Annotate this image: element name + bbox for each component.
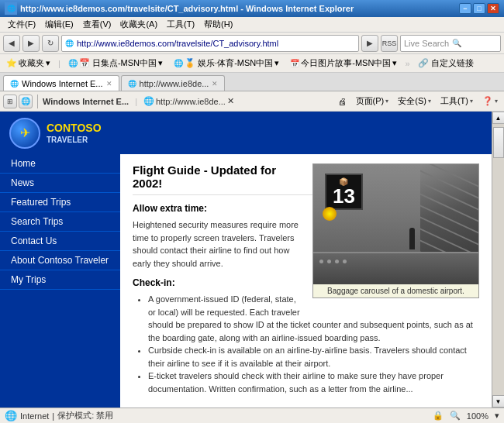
help-button[interactable]: ❓ ▾	[479, 95, 501, 108]
forward-button[interactable]: ▶	[22, 35, 40, 52]
address-bar[interactable]: 🌐 http://www.ie8demos.com/travelsite/CT_…	[61, 35, 359, 52]
safety-dropdown-arrow: ▾	[428, 98, 431, 105]
sign-number: 13	[333, 186, 355, 206]
logo-subtitle: TRAVELER	[47, 135, 102, 145]
tab-2[interactable]: 🌐 http://www.ie8de... ✕	[121, 75, 226, 91]
bullet-2: Curbside check-in is available on an air…	[148, 344, 479, 370]
fav-label-3: 今日图片故事-MSN中国	[301, 57, 391, 69]
scrollbar[interactable]: ▲ ▼	[492, 112, 504, 408]
site-layout: Home News Featured Trips Search Trips Co…	[0, 154, 492, 408]
toolbar-icons-cluster[interactable]: 🖨	[335, 95, 350, 108]
chevron-3: ▾	[392, 58, 397, 68]
dot-1	[319, 260, 323, 263]
scroll-down-button[interactable]: ▼	[492, 395, 505, 408]
fav-icon-3: 📅	[290, 59, 299, 67]
menu-tools[interactable]: 工具(T)	[162, 17, 199, 32]
address-text: http://www.ie8demos.com/travelsite/CT_ad…	[77, 39, 278, 48]
fav-custom-links[interactable]: 🔗 自定义链接	[415, 56, 477, 70]
go-button[interactable]: ▶	[361, 35, 378, 52]
tab-bar: 🌐 Windows Internet E... ✕ 🌐 http://www.i…	[0, 73, 504, 91]
chevron-1: ▾	[158, 58, 163, 68]
carousel-belt	[313, 252, 478, 284]
image-caption: Baggage carousel of a domestic airport.	[313, 284, 478, 297]
scroll-track[interactable]	[492, 124, 504, 395]
page-dropdown[interactable]: 页面(P) ▾	[353, 94, 392, 108]
scroll-up-button[interactable]: ▲	[492, 112, 505, 124]
fav-separator-2: »	[405, 59, 409, 68]
menu-favorites[interactable]: 收藏夹(A)	[116, 17, 162, 32]
status-separator: |	[52, 411, 54, 421]
site-header: ✈ CONTOSO TRAVELER	[0, 112, 492, 154]
favorites-button[interactable]: ⭐ 收藏夹 ▾	[3, 56, 54, 70]
search-icon[interactable]: 🔍	[452, 39, 461, 47]
tab-1-icon: 🌐	[10, 80, 19, 88]
nav-search-trips[interactable]: Search Trips	[0, 212, 120, 232]
tab-label-ie8[interactable]: 🌐 http://www.ie8de... ✕	[143, 96, 234, 106]
title-bar: 🌐 http://www.ie8demos.com/travelsite/CT_…	[0, 0, 504, 17]
plane-icon: ✈	[20, 126, 30, 140]
help-icon: ❓	[482, 96, 493, 106]
zoom-arrow: ▾	[495, 411, 499, 421]
menu-view[interactable]: 查看(V)	[78, 17, 116, 32]
tab-1-close[interactable]: ✕	[106, 80, 112, 88]
bullet-3: E-ticket travelers should check with the…	[148, 370, 479, 395]
menu-help[interactable]: 帮助(H)	[199, 17, 237, 32]
status-bar: 🌐 Internet | 保护模式: 禁用 🔒 🔍 100% ▾	[0, 408, 504, 423]
menu-edit[interactable]: 编辑(E)	[40, 17, 78, 32]
nav-news[interactable]: News	[0, 174, 120, 193]
nav-featured-trips[interactable]: Featured Trips	[0, 193, 120, 212]
fav-separator-1: |	[58, 59, 60, 68]
page-dropdown-arrow: ▾	[385, 98, 388, 105]
site-nav-vertical: Home News Featured Trips Search Trips Co…	[0, 154, 120, 408]
tab-2-close[interactable]: ✕	[212, 80, 218, 88]
print-icon: 🖨	[338, 97, 347, 106]
tab-1[interactable]: 🌐 Windows Internet E... ✕	[3, 75, 119, 91]
tab-close-ie8[interactable]: ✕	[227, 96, 234, 106]
refresh-button[interactable]: ↻	[42, 35, 59, 52]
dot-3	[335, 260, 339, 263]
toolbar-icon2[interactable]: 🌐	[19, 95, 33, 108]
fav-label-2: 🏅 娱乐·体育-MSN中国	[185, 57, 273, 69]
chevron-down-icon: ▾	[46, 58, 50, 68]
search-box[interactable]: Live Search 🔍	[400, 35, 501, 52]
nav-my-trips[interactable]: My Trips	[0, 270, 120, 290]
fav-item-2[interactable]: 🌐 🏅 娱乐·体育-MSN中国 ▾	[171, 56, 282, 70]
app-icon: 🌐	[5, 2, 17, 15]
page-content: ✈ CONTOSO TRAVELER Home News Featured Tr…	[0, 112, 492, 408]
back-button[interactable]: ◀	[3, 35, 20, 52]
bullet-list: A government-issued ID (federal, state, …	[133, 293, 479, 395]
zone-label: Internet	[20, 411, 49, 421]
tools-dropdown[interactable]: 工具(T) ▾	[437, 94, 476, 108]
yellow-light	[323, 207, 337, 221]
fav-item-3[interactable]: 📅 今日图片故事-MSN中国 ▾	[287, 56, 400, 70]
minimize-button[interactable]: −	[459, 3, 471, 14]
tab-2-icon: 🌐	[128, 80, 136, 88]
dot-2	[327, 260, 331, 263]
logo-brand: CONTOSO	[47, 121, 102, 135]
safety-dropdown[interactable]: 安全(S) ▾	[395, 94, 434, 108]
toolbar-icon-grid[interactable]: ⊞	[3, 95, 17, 108]
toolbar-row: ⊞ 🌐 Windows Internet E... | 🌐 http://www…	[0, 91, 504, 112]
nav-contact[interactable]: Contact Us	[0, 232, 120, 251]
browser-content: ✈ CONTOSO TRAVELER Home News Featured Tr…	[0, 112, 504, 408]
fav-item-1[interactable]: 🌐 📅 日集点-MSN中国 ▾	[65, 56, 166, 70]
tools-label: 工具(T)	[440, 95, 468, 107]
toolbar-sep-1	[37, 95, 38, 108]
site-logo: ✈ CONTOSO TRAVELER	[0, 112, 124, 154]
menu-file[interactable]: 文件(F)	[3, 17, 40, 32]
scroll-thumb[interactable]	[493, 127, 504, 158]
airport-image-box: 📦 13	[312, 163, 479, 298]
nav-about[interactable]: About Contoso Traveler	[0, 251, 120, 270]
favorites-label: 收藏夹	[19, 57, 44, 69]
carousel-dots	[313, 253, 478, 270]
favorites-bar: ⭐ 收藏夹 ▾ | 🌐 📅 日集点-MSN中国 ▾ 🌐 🏅 娱乐·体育-MSN中…	[0, 54, 504, 73]
maximize-button[interactable]: □	[473, 3, 485, 14]
baggage-sign: 📦 13	[325, 174, 363, 210]
airport-scene: 📦 13	[313, 164, 478, 284]
fav-label-1: 📅 日集点-MSN中国	[79, 57, 157, 69]
rss-button[interactable]: RSS	[381, 35, 398, 52]
close-button[interactable]: ✕	[487, 3, 499, 14]
nav-home[interactable]: Home	[0, 154, 120, 174]
fav-icon-2: 🌐	[174, 59, 183, 67]
bullet-1: A government-issued ID (federal, state, …	[148, 293, 479, 344]
